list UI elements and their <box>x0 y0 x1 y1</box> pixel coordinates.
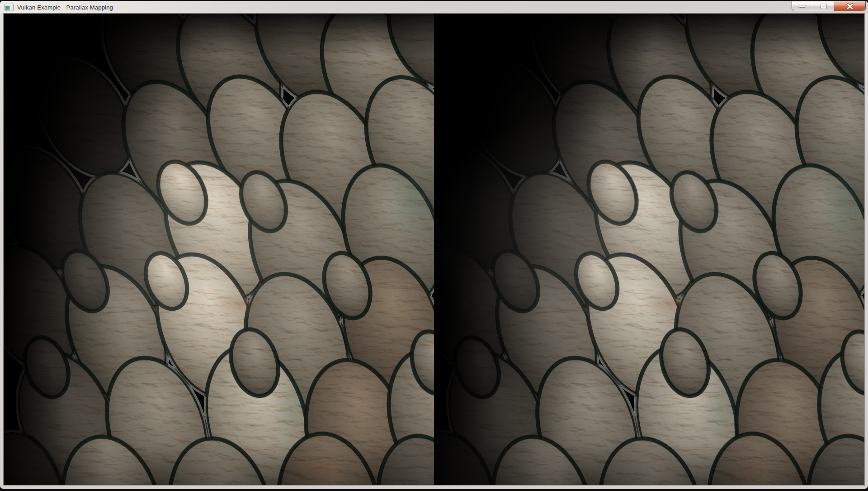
rock-scene-left <box>4 14 434 485</box>
close-icon <box>846 3 854 10</box>
close-button[interactable] <box>834 1 865 11</box>
title-bar[interactable]: Vulkan Example - Parallax Mapping <box>0 1 868 14</box>
app-window: Vulkan Example - Parallax Mapping <box>0 1 868 489</box>
window-controls <box>792 1 865 11</box>
rock-scene-right <box>434 14 864 485</box>
render-area <box>4 14 864 485</box>
window-title: Vulkan Example - Parallax Mapping <box>17 4 113 11</box>
minimize-icon <box>798 5 807 8</box>
app-icon <box>5 4 14 11</box>
viewport-right[interactable] <box>434 14 864 485</box>
viewport-left[interactable] <box>4 14 434 485</box>
minimize-button[interactable] <box>792 1 813 11</box>
maximize-button[interactable] <box>813 1 834 11</box>
maximize-icon <box>820 3 827 10</box>
